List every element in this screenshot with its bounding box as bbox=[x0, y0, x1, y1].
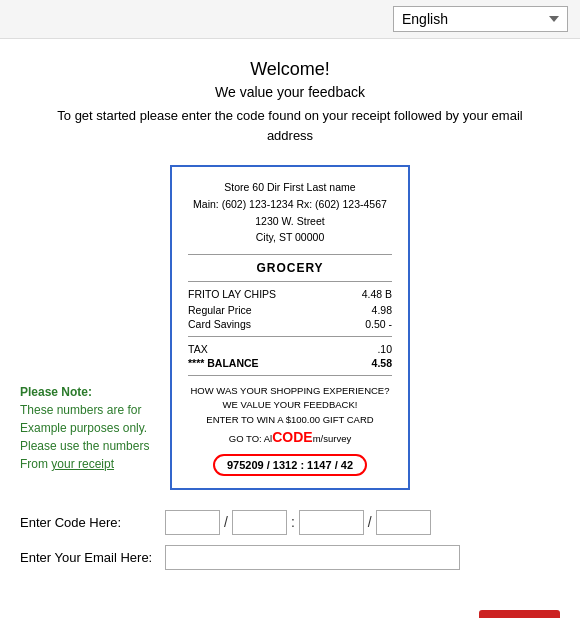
note-line2: Example purposes only. bbox=[20, 421, 147, 435]
receipt-survey-post: m/survey bbox=[313, 433, 352, 444]
receipt-store-line2: Main: (602) 123-1234 Rx: (602) 123-4567 bbox=[188, 196, 392, 213]
receipt-survey-line3: ENTER TO WIN A $100.00 GIFT CARD bbox=[188, 413, 392, 427]
top-bar: English Español Français bbox=[0, 0, 580, 39]
receipt-item-row: FRITO LAY CHIPS 4.48 B bbox=[188, 288, 392, 300]
receipt-card-savings-label: Card Savings bbox=[188, 318, 251, 330]
email-label: Enter Your Email Here: bbox=[20, 550, 165, 565]
code-sep-1: / bbox=[224, 514, 228, 530]
receipt-divider2 bbox=[188, 281, 392, 282]
receipt-code-oval-container: 975209 / 1312 : 1147 / 42 bbox=[188, 448, 392, 476]
receipt-store-line3: 1230 W. Street bbox=[188, 213, 392, 230]
code-input-4[interactable] bbox=[376, 510, 431, 535]
receipt-survey-code: CODE bbox=[272, 429, 312, 445]
code-input-3[interactable] bbox=[299, 510, 364, 535]
welcome-section: Welcome! We value your feedback To get s… bbox=[0, 39, 580, 155]
receipt: Store 60 Dir First Last name Main: (602)… bbox=[170, 165, 410, 490]
receipt-survey-pre: GO TO: Al bbox=[229, 433, 272, 444]
code-label: Enter Code Here: bbox=[20, 515, 165, 530]
code-inputs: / : / bbox=[165, 510, 431, 535]
note-line3: Please use the numbers bbox=[20, 439, 149, 453]
code-sep-3: / bbox=[368, 514, 372, 530]
note-title: Please Note: bbox=[20, 385, 160, 399]
receipt-tax-row: TAX .10 bbox=[188, 343, 392, 355]
next-button[interactable]: NEXT bbox=[479, 610, 560, 618]
main-content: Please Note: These numbers are for Examp… bbox=[0, 155, 580, 500]
welcome-title: Welcome! bbox=[40, 59, 540, 80]
email-input-container bbox=[165, 545, 460, 570]
note-line4: From bbox=[20, 457, 48, 471]
receipt-card-savings-value: 0.50 - bbox=[365, 318, 392, 330]
code-sep-2: : bbox=[291, 514, 295, 530]
receipt-item-price: 4.48 B bbox=[362, 288, 392, 300]
welcome-subtitle: We value your feedback bbox=[40, 84, 540, 100]
receipt-item-name: FRITO LAY CHIPS bbox=[188, 288, 276, 300]
welcome-description: To get started please enter the code fou… bbox=[40, 106, 540, 145]
code-input-2[interactable] bbox=[232, 510, 287, 535]
email-input[interactable] bbox=[165, 545, 460, 570]
receipt-survey-line4: GO TO: AlCODEm/survey bbox=[188, 427, 392, 448]
code-form-row: Enter Code Here: / : / bbox=[20, 510, 560, 535]
receipt-tax-label: TAX bbox=[188, 343, 208, 355]
note-body: These numbers are for Example purposes o… bbox=[20, 401, 160, 473]
receipt-store-info: Store 60 Dir First Last name Main: (602)… bbox=[188, 179, 392, 246]
language-select[interactable]: English Español Français bbox=[393, 6, 568, 32]
receipt-code-oval: 975209 / 1312 : 1147 / 42 bbox=[213, 454, 367, 476]
receipt-regular-price-label: Regular Price bbox=[188, 304, 252, 316]
receipt-regular-price-row: Regular Price 4.98 bbox=[188, 304, 392, 316]
receipt-balance-row: **** BALANCE 4.58 bbox=[188, 357, 392, 369]
receipt-balance-value: 4.58 bbox=[372, 357, 392, 369]
note-section: Please Note: These numbers are for Examp… bbox=[20, 165, 160, 473]
email-form-row: Enter Your Email Here: bbox=[20, 545, 560, 570]
receipt-survey-line1: HOW WAS YOUR SHOPPING EXPERIENCE? bbox=[188, 384, 392, 398]
receipt-tax-value: .10 bbox=[377, 343, 392, 355]
form-section: Enter Code Here: / : / Enter Your Email … bbox=[0, 500, 580, 600]
receipt-regular-price-value: 4.98 bbox=[372, 304, 392, 316]
note-line1: These numbers are for bbox=[20, 403, 141, 417]
receipt-divider4 bbox=[188, 375, 392, 376]
receipt-survey-text: HOW WAS YOUR SHOPPING EXPERIENCE? WE VAL… bbox=[188, 384, 392, 448]
receipt-survey-line2: WE VALUE YOUR FEEDBACK! bbox=[188, 398, 392, 412]
code-input-1[interactable] bbox=[165, 510, 220, 535]
receipt-card-savings-row: Card Savings 0.50 - bbox=[188, 318, 392, 330]
receipt-divider1 bbox=[188, 254, 392, 255]
receipt-store-line1: Store 60 Dir First Last name bbox=[188, 179, 392, 196]
note-line4b: your receipt bbox=[51, 457, 114, 471]
receipt-store-name: GROCERY bbox=[188, 261, 392, 275]
next-btn-container: NEXT bbox=[0, 600, 580, 618]
receipt-divider3 bbox=[188, 336, 392, 337]
receipt-balance-label: **** BALANCE bbox=[188, 357, 259, 369]
receipt-store-line4: City, ST 00000 bbox=[188, 229, 392, 246]
